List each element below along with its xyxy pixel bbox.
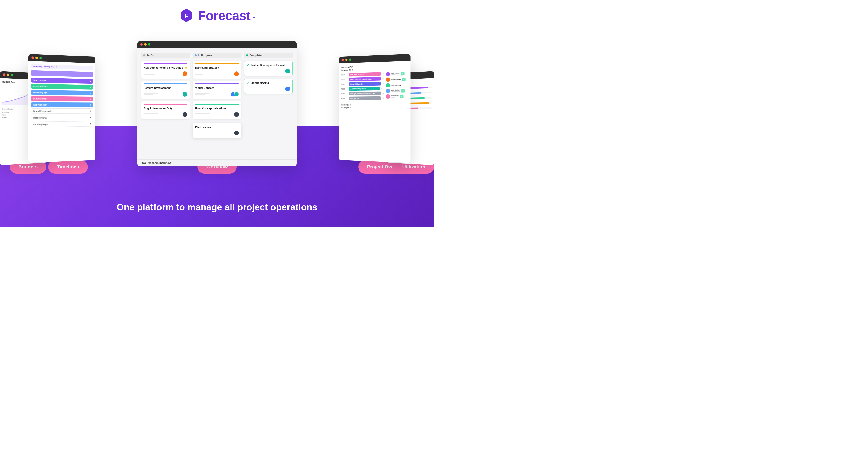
- done-label: Done (45) ∧: [341, 107, 408, 109]
- workflow-screen: To-Do New components & style guide ★: [137, 41, 297, 166]
- avatar: [234, 71, 239, 76]
- card-bar: [144, 63, 187, 64]
- project-tag: Website Project: [349, 72, 381, 76]
- tl-landing-page[interactable]: Landing Page ▾: [31, 96, 93, 101]
- dot-red-po: [342, 59, 344, 61]
- person-row: Seth Garland Project Manager ✓: [386, 89, 408, 93]
- avatar: [234, 112, 239, 117]
- util-bar-bg: [407, 97, 432, 99]
- page-wrapper: F Forecast ™ Budget Data: [0, 0, 434, 227]
- col-header-inprogress: In Progress: [193, 53, 241, 58]
- project-tag: Design UI: [349, 96, 381, 100]
- project-row-p098: P098 Design UI 22: [341, 96, 384, 100]
- avatar: [386, 89, 390, 93]
- dot-green-tl: [39, 57, 42, 59]
- project-body: Planning (3) ∨ Running (6) ∧ P034 Websit…: [339, 61, 410, 163]
- card-pitch-meeting[interactable]: Pitch meeting: [193, 123, 241, 138]
- card-new-components[interactable]: New components & style guide ★: [141, 61, 190, 78]
- workflow-body: To-Do New components & style guide ★: [137, 48, 297, 166]
- timelines-body: Carlsberg Landing Page ▾ Yearly Report ▾…: [28, 61, 95, 163]
- dot-green: [10, 74, 13, 76]
- logo-text: Forecast ™: [198, 8, 255, 23]
- card-bar: [144, 104, 187, 105]
- project-tag: App Development: [349, 87, 380, 91]
- project-overview-screen: Planning (3) ∨ Running (6) ∧ P034 Websit…: [339, 54, 410, 163]
- kanban-col-completed: Completed ✓ Feature Development Estimate: [244, 53, 293, 161]
- dot-red-wf: [140, 43, 143, 45]
- tl-marketing-q2[interactable]: Marketing Q2 ▾: [31, 115, 93, 121]
- card-line: [144, 94, 153, 95]
- util-bar-bg: [407, 87, 432, 89]
- card-bug-exterminator[interactable]: Bug Exterminator Duty: [141, 101, 190, 119]
- halted-label: Halted (1) ∧: [341, 104, 408, 106]
- project-row-p129: P129 Marketing Concept: Jan. 22: [341, 77, 384, 82]
- avatar: [234, 131, 239, 135]
- kanban-col-todo: To-Do New components & style guide ★: [141, 53, 190, 161]
- check-btn[interactable]: ✓: [402, 77, 405, 81]
- col-dot-completed: [246, 55, 248, 56]
- card-bar: [195, 104, 239, 105]
- card-line: [195, 113, 210, 114]
- avatar: [183, 112, 187, 117]
- card-bar: [195, 63, 239, 64]
- check-btn[interactable]: ✓: [401, 72, 404, 76]
- card-startup-meeting[interactable]: ✓ Startup Meeting: [244, 78, 293, 94]
- card-line: [144, 74, 155, 75]
- card-feature-estimate[interactable]: ✓ Feature Development Estimate: [244, 61, 293, 76]
- kanban-col-inprogress: In Progress Marketing Strategy: [193, 53, 241, 161]
- tagline-text: One platform to manage all project opera…: [117, 202, 317, 212]
- dot-yellow-tl: [35, 57, 38, 59]
- dot-yellow-wf: [144, 43, 147, 45]
- card-line: [144, 113, 158, 114]
- dot-yellow: [7, 74, 9, 76]
- check-btn[interactable]: ✓: [400, 95, 403, 98]
- card-bar: [144, 84, 187, 84]
- tl-landing-page2[interactable]: Landing Page ▾: [31, 121, 93, 127]
- dot-green-po: [349, 58, 351, 61]
- tl-brand-peripherals[interactable]: Brand Peripherals ▾: [31, 108, 93, 114]
- util-bar-bg: [407, 107, 432, 109]
- screens-row: Budget Data Project Totals Revenue $ 6,8…: [0, 34, 434, 178]
- card-line: [195, 93, 210, 94]
- card-line: [144, 115, 156, 116]
- card-feature-dev[interactable]: Feature Development: [141, 81, 190, 99]
- project-row-p012: P012 Design Analysis / Front Page 28: [341, 91, 384, 95]
- check-btn[interactable]: ✓: [401, 89, 405, 92]
- tl-marketing-q1[interactable]: Marketing Q1 ▾: [31, 90, 93, 95]
- avatar: [386, 72, 390, 76]
- forecast-logo-icon: F: [179, 8, 194, 23]
- person-row: Ben Atreyu Director ✓: [386, 94, 408, 99]
- label-timelines: Timelines: [48, 160, 88, 173]
- tl-web-concept[interactable]: Web Concept ▾: [31, 102, 93, 107]
- tagline-row: One platform to manage all project opera…: [0, 202, 434, 213]
- avatar: [386, 77, 390, 82]
- timelines-screen: Carlsberg Landing Page ▾ Yearly Report ▾…: [28, 54, 95, 163]
- card-final-conceptualisations[interactable]: Final Conceptualisations: [193, 101, 241, 119]
- avatar: [183, 92, 187, 97]
- project-row-p078: P078 Brand Identity 15: [341, 82, 384, 86]
- col-dot-inprogress: [194, 55, 196, 56]
- tl-brand-refresh[interactable]: Brand Refresh ▾: [31, 84, 93, 90]
- dot-red: [3, 73, 5, 76]
- dot-green-wf: [148, 43, 151, 45]
- dot-yellow-po: [345, 59, 348, 61]
- col-header-todo: To-Do: [141, 53, 190, 58]
- avatar: [234, 92, 239, 97]
- project-tag: Design Analysis / Front Page: [349, 92, 381, 95]
- project-row-p034: P034 Website Project 12: [341, 72, 384, 77]
- content-layer: F Forecast ™ Budget Data: [0, 0, 434, 227]
- svg-text:F: F: [184, 12, 188, 20]
- tl-yearly-report[interactable]: Yearly Report ▾: [31, 77, 93, 84]
- avatar: [285, 87, 290, 91]
- card-line: [195, 74, 204, 75]
- card-bar: [195, 84, 239, 84]
- person-row: Sally Hartford: [386, 83, 408, 88]
- util-bar-bg: [407, 102, 432, 104]
- card-line: [144, 93, 158, 94]
- avatar: [183, 71, 187, 76]
- card-marketing-strategy[interactable]: Marketing Strategy: [193, 61, 241, 78]
- logo-row: F Forecast ™: [0, 0, 434, 23]
- card-line: [144, 73, 158, 73]
- project-tag: Marketing Concept: Jan.: [349, 77, 381, 81]
- card-visual-concept[interactable]: Visual Concept: [193, 81, 241, 99]
